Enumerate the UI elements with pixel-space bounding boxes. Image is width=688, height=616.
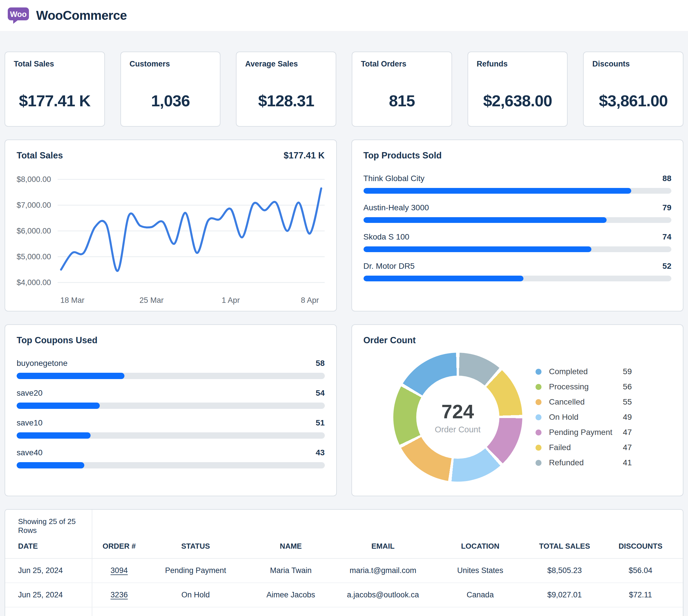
table-cell: Jun 24, 2024 (5, 607, 92, 616)
stat-label: Average Sales (245, 60, 327, 68)
total-sales-chart-header: Total Sales $177.41 K (17, 150, 325, 161)
charts-row-2: Top Coupons Used buyonegetone58save2054s… (5, 324, 683, 496)
order-link[interactable]: 3094 (111, 566, 128, 575)
line-chart-body: $8,000.00$7,000.00$6,000.00$5,000.00$4,0… (17, 169, 325, 290)
bar-list-item: Austin-Healy 300079 (364, 203, 672, 223)
top-coupons-title: Top Coupons Used (17, 335, 325, 346)
bar-fill (17, 373, 124, 379)
table-cell: Jun 25, 2024 (5, 583, 92, 607)
donut-center-label: Order Count (435, 425, 481, 434)
stat-card: Total Sales$177.41 K (5, 51, 105, 127)
y-axis-label: $5,000.00 (17, 252, 51, 261)
bar-fill (17, 402, 100, 409)
bar-list-item: save1051 (17, 418, 325, 439)
bar-item-value: 52 (663, 262, 671, 271)
legend-value: 56 (623, 382, 632, 391)
legend-item: Failed47 (536, 440, 632, 455)
bar-list-item: Skoda S 10074 (364, 233, 672, 252)
bar-track (364, 188, 672, 194)
table-cell: $56.04 (598, 558, 683, 583)
bar-list-item: buyonegetone58 (17, 359, 325, 379)
line-chart-x-axis: 18 Mar25 Mar1 Apr8 Apr (58, 290, 325, 306)
bar-fill (364, 246, 592, 252)
woocommerce-logo-icon: Woo (7, 6, 29, 24)
legend-label: Processing (549, 382, 623, 391)
bar-item-value: 88 (663, 174, 671, 183)
bar-item-label: Dr. Motor DR5 (364, 262, 415, 271)
bar-item-value: 79 (663, 203, 671, 212)
table-cell: 3094 (92, 558, 146, 583)
total-sales-line-series (61, 189, 321, 271)
legend-label: On Hold (549, 413, 623, 422)
order-link[interactable]: 3236 (111, 591, 128, 599)
legend-item: Processing56 (536, 379, 632, 395)
bar-item-header: save2054 (17, 389, 325, 398)
bar-item-header: Skoda S 10074 (364, 233, 672, 242)
x-axis-label: 1 Apr (221, 296, 240, 305)
order-count-body: 724 Order Count Completed59Processing56C… (364, 346, 672, 489)
table-cell: $9,027.01 (531, 583, 598, 607)
legend-label: Completed (549, 367, 623, 376)
bar-item-header: save4043 (17, 448, 325, 457)
x-axis-label: 25 Mar (139, 296, 164, 305)
legend-dot-icon (536, 460, 541, 466)
bar-item-label: buyonegetone (17, 359, 68, 368)
legend-label: Pending Payment (549, 428, 623, 437)
order-count-donut-chart: 724 Order Count (393, 353, 522, 482)
column-header-total-sales: TOTAL SALES (531, 537, 598, 558)
bar-item-value: 58 (316, 359, 324, 368)
order-link[interactable]: 3147 (111, 615, 128, 616)
stat-value: $128.31 (245, 91, 327, 110)
orders-table-card: Showing 25 of 25 Rows DATEORDER #STATUSN… (5, 509, 683, 616)
page-header: Woo WooCommerce (0, 0, 688, 31)
legend-value: 59 (623, 367, 632, 376)
bar-item-header: Think Global City88 (364, 174, 672, 183)
top-products-title: Top Products Sold (364, 150, 672, 161)
column-header-date: DATE (5, 537, 92, 558)
table-cell: Pending Payment (146, 558, 245, 583)
table-header-row: DATEORDER #STATUSNAMEEMAILLOCATIONTOTAL … (5, 537, 683, 558)
bar-list-item: save4043 (17, 448, 325, 468)
table-cell: Maria Twain (245, 558, 337, 583)
stat-card: Average Sales$128.31 (236, 51, 336, 127)
line-chart-y-axis: $8,000.00$7,000.00$6,000.00$5,000.00$4,0… (17, 169, 58, 290)
top-coupons-card: Top Coupons Used buyonegetone58save2054s… (5, 324, 337, 496)
legend-item: Pending Payment47 (536, 425, 632, 440)
legend-dot-icon (536, 399, 541, 405)
stat-card: Total Orders815 (352, 51, 452, 127)
stat-label: Discounts (592, 60, 674, 68)
legend-item: Refunded41 (536, 455, 632, 470)
legend-dot-icon (536, 445, 541, 451)
legend-value: 55 (623, 397, 632, 406)
stat-label: Customers (130, 60, 212, 68)
top-products-list: Think Global City88Austin-Healy 300079Sk… (364, 174, 672, 281)
bar-item-header: buyonegetone58 (17, 359, 325, 368)
table-caption: Showing 25 of 25 Rows (5, 510, 92, 537)
table-cell: 3147 (92, 607, 146, 616)
stat-card: Discounts$3,861.00 (583, 51, 683, 127)
stat-label: Total Orders (361, 60, 443, 68)
bar-fill (17, 462, 84, 468)
donut-center: 724 Order Count (416, 376, 499, 459)
table-cell: Unites States (429, 558, 531, 583)
table-cell: $72.11 (598, 583, 683, 607)
stat-value: 1,036 (130, 91, 212, 110)
y-axis-label: $7,000.00 (17, 201, 51, 210)
stat-label: Refunds (477, 60, 559, 68)
stat-card: Customers1,036 (121, 51, 221, 127)
table-cell: Jun 25, 2024 (5, 558, 92, 583)
stat-value: $3,861.00 (592, 91, 674, 110)
table-caption-spacer (92, 510, 683, 537)
bar-item-value: 43 (316, 448, 324, 457)
bar-track (364, 276, 672, 281)
table-cell: $8,505.23 (531, 558, 598, 583)
order-count-legend: Completed59Processing56Cancelled55On Hol… (536, 364, 632, 470)
bar-track (17, 373, 325, 379)
legend-dot-icon (536, 430, 541, 436)
bar-track (17, 402, 325, 409)
bar-list-item: Think Global City88 (364, 174, 672, 194)
table-caption-row: Showing 25 of 25 Rows (5, 510, 683, 537)
order-count-card: Order Count 724 Order Count Completed59P… (351, 324, 684, 496)
y-axis-label: $6,000.00 (17, 227, 51, 236)
bar-track (17, 462, 325, 468)
